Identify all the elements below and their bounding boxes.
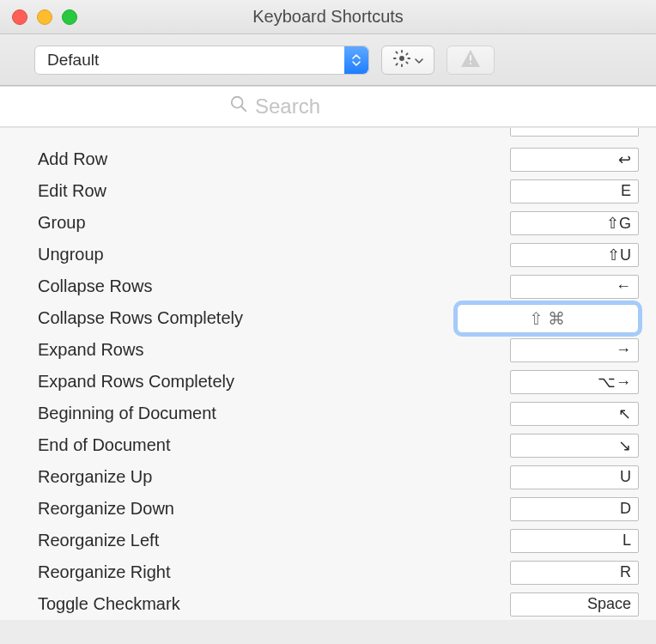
table-row[interactable]: Collapse Rows Completely⇧ ⌘ bbox=[0, 302, 656, 334]
close-button[interactable] bbox=[12, 9, 27, 25]
chevron-down-icon bbox=[415, 53, 423, 66]
zoom-button[interactable] bbox=[62, 9, 77, 25]
shortcut-label: Ungroup bbox=[38, 245, 501, 264]
table-row[interactable]: End of Document↘ bbox=[0, 429, 656, 461]
table-row[interactable]: Reorganize DownD bbox=[0, 493, 656, 525]
shortcut-label: Beginning of Document bbox=[38, 404, 501, 423]
shortcut-label: Expand Rows Completely bbox=[38, 372, 501, 392]
shortcut-input[interactable]: ⇧ ⌘ bbox=[457, 304, 639, 333]
svg-rect-4 bbox=[407, 58, 410, 59]
shortcut-input[interactable]: ⇧G bbox=[510, 211, 639, 235]
shortcut-label: Reorganize Right bbox=[38, 562, 501, 582]
shortcut-input[interactable]: ⇧U bbox=[510, 243, 639, 267]
table-row[interactable]: Group⇧G bbox=[0, 207, 656, 239]
shortcut-input[interactable]: ↘ bbox=[510, 434, 639, 458]
shortcut-label: Add Row bbox=[38, 149, 501, 169]
shortcut-label: End of Document bbox=[38, 435, 501, 455]
table-row[interactable]: Beginning of Document↖ bbox=[0, 398, 656, 429]
table-row[interactable]: Add Row↩ bbox=[0, 143, 656, 175]
svg-rect-2 bbox=[401, 64, 403, 67]
shortcut-input[interactable]: ↖ bbox=[510, 402, 639, 426]
shortcut-input[interactable]: E bbox=[510, 179, 639, 204]
svg-rect-3 bbox=[393, 58, 397, 59]
shortcut-label: Reorganize Up bbox=[38, 467, 501, 487]
shortcut-label: Edit Row bbox=[38, 181, 501, 201]
window-controls bbox=[12, 9, 77, 25]
table-row-partial bbox=[0, 128, 656, 143]
window-title: Keyboard Shortcuts bbox=[0, 7, 656, 27]
table-row[interactable]: Edit RowE bbox=[0, 175, 656, 207]
table-row[interactable]: Reorganize RightR bbox=[0, 556, 656, 588]
search-row bbox=[0, 86, 656, 127]
toolbar: Default bbox=[0, 34, 656, 86]
shortcut-label: Toggle Checkmark bbox=[38, 594, 501, 614]
window-titlebar: Keyboard Shortcuts bbox=[0, 0, 656, 34]
shortcut-label: Expand Rows bbox=[38, 340, 501, 360]
shortcut-input[interactable]: L bbox=[510, 529, 639, 553]
table-row[interactable]: Expand Rows→ bbox=[0, 334, 656, 366]
actions-menu-button[interactable] bbox=[381, 46, 434, 75]
warning-icon bbox=[460, 49, 481, 70]
shortcut-label: Reorganize Down bbox=[38, 499, 501, 519]
shortcut-input[interactable]: ← bbox=[510, 275, 639, 299]
scheme-select[interactable]: Default bbox=[34, 46, 369, 75]
svg-rect-9 bbox=[470, 55, 471, 61]
shortcut-input[interactable] bbox=[510, 128, 639, 137]
svg-rect-6 bbox=[405, 61, 409, 64]
table-row[interactable]: Ungroup⇧U bbox=[0, 239, 656, 270]
table-row[interactable]: Expand Rows Completely⌥→ bbox=[0, 366, 656, 398]
minimize-button[interactable] bbox=[37, 9, 52, 25]
select-stepper-icon bbox=[344, 46, 368, 74]
svg-rect-8 bbox=[395, 63, 398, 66]
shortcut-label: Group bbox=[38, 213, 501, 233]
search-icon bbox=[229, 94, 248, 118]
table-row[interactable]: Reorganize LeftL bbox=[0, 525, 656, 556]
shortcut-label: Collapse Rows bbox=[38, 276, 501, 296]
search-field[interactable] bbox=[229, 94, 427, 118]
shortcut-label: Reorganize Left bbox=[38, 531, 501, 550]
svg-line-12 bbox=[241, 106, 246, 112]
svg-rect-5 bbox=[395, 51, 398, 54]
shortcuts-table: Add Row↩Edit RowEGroup⇧GUngroup⇧UCollaps… bbox=[0, 127, 656, 620]
svg-rect-7 bbox=[405, 52, 409, 56]
scheme-select-value: Default bbox=[47, 51, 99, 70]
shortcut-input[interactable]: ↩ bbox=[510, 148, 639, 172]
svg-rect-10 bbox=[470, 63, 471, 64]
svg-rect-1 bbox=[401, 50, 403, 53]
shortcut-input[interactable]: ⌥→ bbox=[510, 370, 639, 394]
table-row[interactable]: Toggle CheckmarkSpace bbox=[0, 588, 656, 620]
shortcut-input[interactable]: → bbox=[510, 338, 639, 362]
shortcut-input[interactable]: Space bbox=[510, 592, 639, 617]
svg-point-0 bbox=[399, 56, 404, 61]
shortcut-input[interactable]: D bbox=[510, 497, 639, 521]
table-row[interactable]: Collapse Rows← bbox=[0, 270, 656, 302]
table-row[interactable]: Reorganize UpU bbox=[0, 461, 656, 493]
shortcut-input[interactable]: U bbox=[510, 465, 639, 489]
conflicts-button[interactable] bbox=[446, 46, 495, 75]
gear-icon bbox=[392, 49, 411, 70]
shortcut-input[interactable]: R bbox=[510, 561, 639, 585]
search-input[interactable] bbox=[255, 94, 427, 118]
shortcut-label: Collapse Rows Completely bbox=[38, 308, 448, 328]
